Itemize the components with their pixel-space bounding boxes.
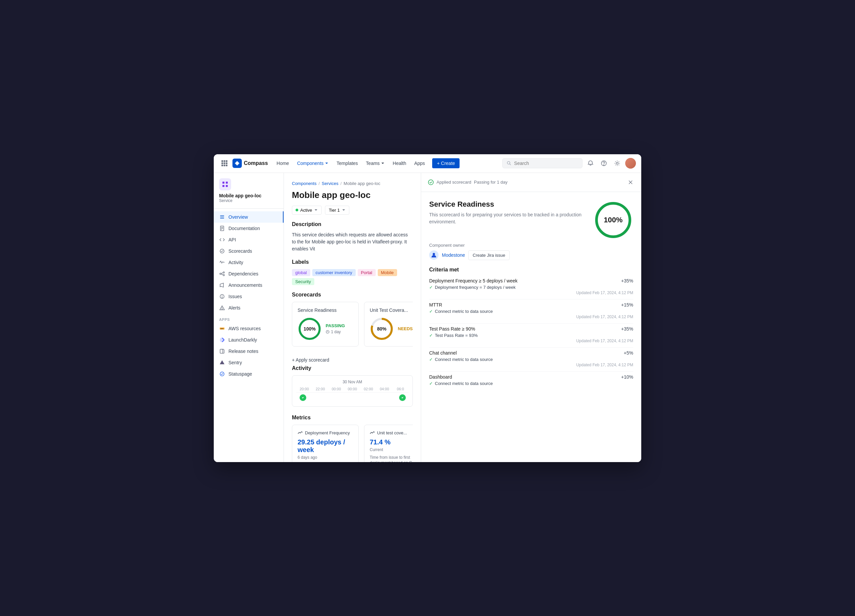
criteria-item-2: Test Pass Rate ≥ 90% +35% ✓ Test Pass Ra… [429,326,633,343]
criteria-check-2: ✓ [429,333,433,338]
sidebar-activity-label: Activity [228,260,243,265]
criteria-score-1: +15% [621,302,633,307]
sidebar-item-issues[interactable]: Issues [214,291,283,302]
criteria-item-0: Deployment Frequency ≥ 5 deploys / week … [429,278,633,295]
criteria-sub-4: ✓ Connect metric to data source [429,381,633,386]
criteria-row-0: Deployment Frequency ≥ 5 deploys / week … [429,278,633,283]
metric-desc-1: Time from issue to first deployment base… [370,455,413,462]
label-global[interactable]: global [292,269,310,276]
sidebar-item-scorecards[interactable]: Scorecards [214,245,283,257]
labels-row: global customer inventory Portal Mobile … [292,269,413,285]
svg-rect-0 [221,160,223,162]
breadcrumb-services[interactable]: Services [322,181,338,186]
criteria-divider-3 [429,371,633,371]
tier-badge[interactable]: Tier 1 [325,206,349,215]
scorecard-percent-0: 100% [303,326,316,332]
activity-dot-left [300,394,306,401]
sidebar-item-release-notes[interactable]: Release notes [214,345,283,357]
search-input[interactable] [514,160,578,166]
breadcrumb-components[interactable]: Components [292,181,317,186]
content-area: Components / Services / Mobile app geo-l… [284,173,421,462]
statuspage-icon [219,371,225,377]
nav-teams[interactable]: Teams [363,159,388,168]
sidebar-item-aws[interactable]: AWS AWS resources [214,323,283,334]
metric-time-1: Current [370,447,413,452]
scorecard-circle-0: 100% [297,317,322,341]
close-button[interactable] [627,178,634,186]
svg-rect-19 [220,216,224,216]
svg-point-29 [223,274,224,276]
label-portal[interactable]: Portal [358,269,376,276]
svg-rect-7 [224,165,225,166]
svg-rect-20 [220,217,224,217]
sidebar-item-activity[interactable]: Activity [214,257,283,268]
owner-section: Component owner Modestone Create Jira is… [429,243,633,260]
sidebar-item-statuspage[interactable]: Statuspage [214,368,283,380]
sidebar-item-overview[interactable]: Overview [214,211,283,223]
nav-icons [585,158,636,169]
apply-scorecard[interactable]: + Apply scorecard [292,355,413,365]
label-customer-inventory[interactable]: customer inventory [312,269,356,276]
sidebar-dependencies-label: Dependencies [228,271,259,277]
main-layout: Mobile app geo-loc Service Overview Docu… [214,173,641,462]
svg-point-35 [222,297,222,298]
apply-scorecard-label: + Apply scorecard [292,357,329,362]
nav-apps[interactable]: Apps [411,159,428,168]
scorecard-service-readiness[interactable]: Service Readiness 100% PASSING [292,302,359,347]
criteria-title: Criteria met [429,267,633,273]
nav-components[interactable]: Components [294,159,332,168]
sidebar-item-dependencies[interactable]: Dependencies [214,268,283,280]
scorecard-title-0: Service Readiness [297,307,353,313]
sidebar-item-announcements[interactable]: Announcements [214,280,283,291]
criteria-row-3: Chat channel +5% [429,350,633,356]
time-1: 22:00 [312,387,328,391]
scorecard-circle-1: 80% [370,317,394,341]
label-mobile[interactable]: Mobile [378,269,397,276]
user-avatar[interactable] [625,158,636,169]
svg-rect-3 [221,163,223,164]
svg-point-13 [604,165,604,165]
clock-icon [326,330,329,334]
svg-rect-18 [226,185,228,187]
sidebar-item-alerts[interactable]: Alerts [214,302,283,313]
criteria-updated-1: Updated Feb 17, 2024, 4:12 PM [429,315,633,319]
status-dot [296,209,298,211]
logo-icon [233,159,242,168]
scorecard-unit-test[interactable]: Unit Test Covera... 80% NEEDS [364,302,413,347]
create-jira-button[interactable]: Create Jira issue [468,251,510,260]
sidebar-statuspage-label: Statuspage [228,371,252,377]
owner-name[interactable]: Modestone [442,252,465,258]
sidebar-item-sentry[interactable]: Sentry [214,357,283,368]
status-row: Active Tier 1 [292,206,413,215]
criteria-divider-2 [429,347,633,348]
nav-templates[interactable]: Templates [333,159,362,168]
help-icon[interactable] [599,158,609,169]
activity-chart: 30 Nov AM 20:00 22:00 00:00 00:00 02:00 … [292,375,413,407]
status-badge[interactable]: Active [292,206,322,215]
sidebar-item-documentation[interactable]: Documentation [214,223,283,234]
nav-home[interactable]: Home [273,159,292,168]
time-4: 02:00 [360,387,376,391]
svg-rect-5 [226,163,227,164]
nav-logo[interactable]: Compass [233,159,268,168]
svg-rect-6 [221,165,223,166]
sidebar-item-launchdarkly[interactable]: LaunchDarkly [214,334,283,345]
sidebar-doc-label: Documentation [228,226,260,231]
grid-icon[interactable] [219,158,230,169]
sidebar-api-label: API [228,237,236,242]
settings-icon[interactable] [612,158,622,169]
notifications-icon[interactable] [585,158,596,169]
sidebar-item-api[interactable]: API [214,234,283,245]
create-button[interactable]: + Create [432,158,460,168]
metric-deployment-freq[interactable]: Deployment Frequency 29.25 deploys / wee… [292,425,359,462]
label-security[interactable]: Security [292,278,314,285]
search-bar[interactable] [502,158,582,168]
nav-health[interactable]: Health [389,159,409,168]
criteria-updated-0: Updated Feb 17, 2024, 4:12 PM [429,290,633,295]
metric-unit-test[interactable]: Unit test cove... 71.4 % Current Time fr… [364,425,413,462]
svg-rect-1 [224,160,225,162]
breadcrumb: Components / Services / Mobile app geo-l… [292,181,413,186]
criteria-check-0: ✓ [429,285,433,290]
scorecard-icon [219,248,225,254]
criteria-name-1: MTTR [429,302,442,307]
